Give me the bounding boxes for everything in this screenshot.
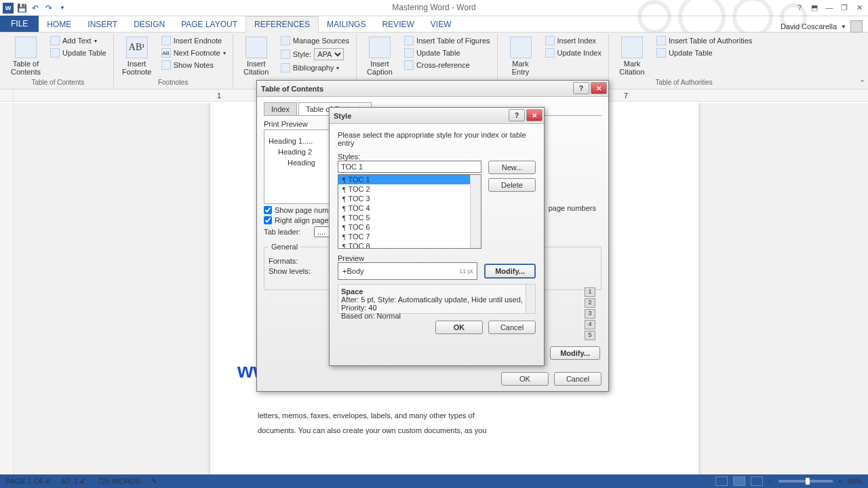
word-icon: W (3, 3, 14, 14)
print-layout-icon[interactable] (733, 476, 745, 486)
dialog-help-icon[interactable]: ? (573, 82, 589, 94)
proofing-icon[interactable]: ✎ (151, 477, 157, 486)
insert-endnote-button[interactable]: Insert Endnote (159, 35, 229, 46)
style-dialog: Style ? ✕ Please select the appropriate … (329, 107, 545, 366)
body-text: letters, memos, faxes, envelopes, labels… (258, 408, 487, 438)
dialog-close-icon[interactable]: ✕ (526, 109, 542, 121)
minimize-icon[interactable]: — (823, 1, 835, 14)
mark-citation-button[interactable]: Mark Citation (613, 35, 651, 77)
cross-reference-button[interactable]: Cross-reference (401, 60, 493, 70)
list-item: ¶TOC 7 (338, 232, 481, 241)
list-item: ¶TOC 1 (338, 175, 481, 184)
group-toc: Table of Contents Add Text ▾ Update Tabl… (3, 34, 114, 87)
modify-style-button[interactable]: Modify... (484, 264, 536, 279)
update-table-button[interactable]: Update Table (47, 47, 109, 58)
update-toa-button[interactable]: Update Table (654, 47, 755, 58)
citation-style-select[interactable]: Style:APA (278, 47, 352, 61)
tab-index[interactable]: Index (264, 102, 297, 115)
collapse-ribbon-icon[interactable]: ⌃ (859, 79, 865, 87)
list-item: ¶TOC 6 (338, 222, 481, 232)
web-layout-icon[interactable] (751, 476, 763, 486)
insert-index-button[interactable]: Insert Index (542, 35, 604, 46)
cancel-button[interactable]: Cancel (554, 372, 601, 386)
scrollbar[interactable] (470, 175, 481, 248)
group-label: Table of Contents (7, 77, 109, 86)
dialog-title: Table of Contents (261, 85, 323, 93)
zoom-level[interactable]: 86% (848, 477, 863, 485)
tab-mailings[interactable]: MAILINGS (319, 17, 374, 32)
insert-citation-button[interactable]: Insert Citation (237, 35, 275, 77)
add-text-button[interactable]: Add Text ▾ (47, 35, 109, 46)
qat-dropdown-icon[interactable]: ▼ (57, 3, 68, 14)
insert-table-of-figures-button[interactable]: Insert Table of Figures (401, 35, 493, 46)
group-footnotes: AB¹Insert Footnote Insert Endnote ABNext… (114, 34, 233, 87)
dialog-title-bar[interactable]: Table of Contents ? ✕ (257, 81, 608, 97)
mark-entry-button[interactable]: Mark Entry (502, 35, 540, 77)
window-controls: ? ⬒ — ❐ ✕ (793, 1, 865, 14)
dialog-help-icon[interactable]: ? (509, 109, 525, 121)
list-item: ¶TOC 4 (338, 203, 481, 213)
chevron-down-icon: ▼ (841, 24, 846, 30)
style-list[interactable]: ¶TOC 1 ¶TOC 2 ¶TOC 3 ¶TOC 4 ¶TOC 5 ¶TOC … (338, 174, 481, 249)
save-icon[interactable]: 💾 (16, 3, 27, 14)
style-name-input[interactable] (338, 161, 481, 173)
style-description: SpaceAfter: 5 pt, Style: Automatically u… (338, 284, 536, 314)
dialog-title: Style (334, 112, 351, 120)
ribbon-tabs: FILE HOME INSERT DESIGN PAGE LAYOUT REFE… (0, 16, 868, 33)
preview-font-box: +Body 11 pt (338, 262, 477, 280)
ok-button[interactable]: OK (501, 372, 549, 386)
table-of-contents-button[interactable]: Table of Contents (7, 35, 45, 77)
dialog-close-icon[interactable]: ✕ (591, 82, 607, 94)
bibliography-button[interactable]: Bibliography ▾ (278, 62, 352, 73)
window-title: Mastering Word - Word (392, 3, 476, 12)
zoom-in-icon[interactable]: + (838, 477, 842, 485)
dialog-title-bar[interactable]: Style ? ✕ (330, 108, 544, 124)
page-indicator[interactable]: PAGE 1 OF 6 (5, 477, 50, 485)
styles-label: Styles: (338, 152, 536, 161)
preview-label: Preview (338, 254, 536, 262)
zoom-out-icon[interactable]: − (768, 477, 772, 485)
ribbon-display-icon[interactable]: ⬒ (808, 1, 821, 14)
show-notes-button[interactable]: Show Notes (159, 60, 229, 70)
word-count[interactable]: 725 WORDS (98, 477, 141, 485)
ok-button[interactable]: OK (435, 321, 483, 334)
level-indicators: page numbers 12345 (549, 204, 596, 341)
zoom-slider[interactable] (778, 480, 833, 483)
modify-button[interactable]: Modify... (550, 346, 600, 360)
tab-design[interactable]: DESIGN (125, 17, 173, 32)
insert-toa-button[interactable]: Insert Table of Authorities (654, 35, 755, 46)
redo-icon[interactable]: ↷ (43, 3, 54, 14)
cancel-button[interactable]: Cancel (488, 321, 536, 334)
user-account[interactable]: David Coscarella ▼ (781, 20, 863, 33)
group-label: Table of Authorities (613, 77, 755, 86)
help-icon[interactable]: ? (793, 1, 806, 14)
manage-sources-button[interactable]: Manage Sources (278, 35, 352, 46)
avatar (850, 20, 863, 33)
next-footnote-button[interactable]: ABNext Footnote ▾ (159, 47, 229, 58)
tab-home[interactable]: HOME (39, 17, 79, 32)
position-indicator: AT: 1.4" (61, 477, 86, 485)
restore-icon[interactable]: ❐ (838, 1, 850, 14)
user-name: David Coscarella (781, 22, 837, 30)
tab-view[interactable]: VIEW (422, 17, 460, 32)
read-mode-icon[interactable] (715, 476, 728, 486)
tab-file[interactable]: FILE (0, 16, 39, 32)
list-item: ¶TOC 8 (338, 241, 481, 249)
tab-references[interactable]: REFERENCES (245, 16, 319, 33)
tab-insert[interactable]: INSERT (79, 17, 125, 32)
vertical-ruler (0, 103, 14, 474)
update-table-figures-button[interactable]: Update Table (401, 47, 493, 58)
tab-page-layout[interactable]: PAGE LAYOUT (173, 17, 245, 32)
instruction-text: Please select the appropriate style for … (338, 131, 536, 147)
update-index-button[interactable]: Update Index (542, 47, 604, 58)
scrollbar[interactable] (526, 285, 535, 313)
tab-review[interactable]: REVIEW (374, 17, 422, 32)
insert-caption-button[interactable]: Insert Caption (361, 35, 399, 77)
list-item: ¶TOC 2 (338, 184, 481, 194)
close-icon[interactable]: ✕ (853, 1, 865, 14)
delete-button[interactable]: Delete (488, 178, 536, 192)
group-label: Footnotes (118, 77, 229, 86)
new-button[interactable]: New... (488, 161, 536, 174)
undo-icon[interactable]: ↶ (30, 3, 41, 14)
insert-footnote-button[interactable]: AB¹Insert Footnote (118, 35, 156, 77)
